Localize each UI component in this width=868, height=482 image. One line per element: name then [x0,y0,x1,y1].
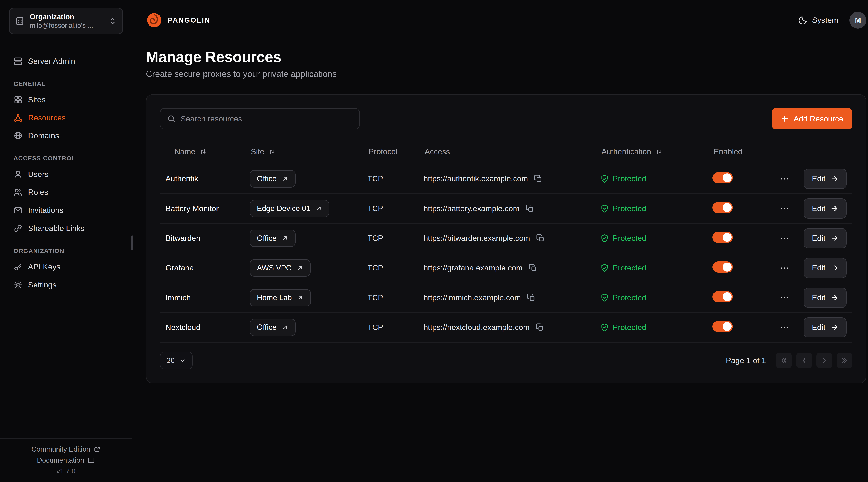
resources-card: Add Resource Name Site [146,94,866,383]
server-icon [13,57,23,66]
enabled-toggle[interactable] [712,172,733,184]
site-link[interactable]: Edge Device 01 [250,200,329,217]
sidebar-item-invitations[interactable]: Invitations [0,201,132,219]
resource-name: Grafana [165,263,250,272]
copy-button[interactable] [526,204,534,213]
resource-name: Immich [165,293,250,302]
table-row: Bitwarden Office TCP https://bitwarden.e… [160,224,852,253]
more-options-button[interactable] [778,202,791,215]
theme-toggle[interactable]: System [799,15,838,25]
sidebar-item-domains[interactable]: Domains [0,127,132,145]
community-edition-link[interactable]: Community Edition [31,445,100,453]
moon-icon [799,15,808,25]
sidebar-item-users[interactable]: Users [0,165,132,183]
edit-button[interactable]: Edit [804,288,847,308]
site-link[interactable]: Office [250,319,296,336]
more-options-button[interactable] [778,231,791,245]
auth-label: Protected [613,174,646,183]
theme-label: System [812,15,838,25]
prev-page-button[interactable] [796,353,812,368]
sort-button-authentication[interactable]: Authentication [601,147,662,156]
more-options-button[interactable] [778,321,791,334]
ellipsis-icon [780,293,789,302]
sidebar-item-resources[interactable]: Resources [0,109,132,127]
resource-name: Nextcloud [165,323,250,332]
copy-button[interactable] [529,264,537,272]
site-link[interactable]: AWS VPC [250,259,311,277]
sidebar-item-roles[interactable]: Roles [0,183,132,201]
access-url: https://nextcloud.example.com [424,323,530,332]
access-url: https://battery.example.com [424,204,519,213]
sort-button-name[interactable]: Name [175,147,207,156]
column-header-protocol: Protocol [368,147,424,156]
add-resource-button[interactable]: Add Resource [772,108,852,129]
community-edition-label: Community Edition [31,445,90,453]
enabled-toggle[interactable] [712,291,733,302]
plus-icon [781,115,789,123]
auth-label: Protected [613,263,646,272]
copy-button[interactable] [536,323,544,331]
site-link[interactable]: Office [250,230,296,247]
auth-status: Protected [600,293,712,302]
edit-button[interactable]: Edit [804,169,847,189]
sidebar-item-shareable-links[interactable]: Shareable Links [0,219,132,237]
copy-button[interactable] [527,293,535,302]
copy-icon [529,264,537,272]
toggle-knob [723,262,732,271]
edit-button[interactable]: Edit [804,228,847,248]
edit-label: Edit [812,234,826,243]
edit-button[interactable]: Edit [804,198,847,219]
search-input[interactable] [181,114,352,123]
row-actions: Edit [785,258,847,278]
sidebar-item-label: Shareable Links [28,224,84,233]
section-label-organization: ORGANIZATION [0,237,132,258]
card-toolbar: Add Resource [160,108,852,129]
site-link[interactable]: Home Lab [250,289,311,307]
sidebar-item-label: Invitations [28,206,64,215]
ellipsis-icon [780,323,789,332]
table-body: Authentik Office TCP https://authentik.e… [160,164,852,343]
protocol: TCP [368,174,424,183]
access-cell: https://nextcloud.example.com [424,323,600,332]
column-header-name: Name [165,147,250,156]
documentation-link[interactable]: Documentation [37,456,95,464]
row-actions: Edit [785,228,847,248]
chevron-down-icon [179,357,186,364]
sidebar-item-server-admin[interactable]: Server Admin [0,52,132,70]
sidebar-item-label: Settings [28,280,56,289]
shield-check-icon [600,264,609,272]
next-page-button[interactable] [816,353,832,368]
more-options-button[interactable] [778,291,791,304]
copy-button[interactable] [534,174,542,183]
copy-button[interactable] [536,234,545,243]
toggle-knob [723,173,732,182]
site-cell: Office [250,170,368,187]
enabled-toggle[interactable] [712,321,733,332]
enabled-cell [712,172,785,186]
chevrons-right-icon [841,357,848,364]
page-size-select[interactable]: 20 [160,352,192,369]
sidebar-resize-handle[interactable] [131,235,133,250]
sidebar-item-api-keys[interactable]: API Keys [0,258,132,276]
enabled-toggle[interactable] [712,202,733,213]
enabled-toggle[interactable] [712,261,733,273]
edit-button[interactable]: Edit [804,258,847,278]
auth-status: Protected [600,204,712,213]
sidebar-item-settings[interactable]: Settings [0,276,132,294]
more-options-button[interactable] [778,261,791,275]
enabled-toggle[interactable] [712,232,733,243]
search-icon [167,115,176,123]
last-page-button[interactable] [837,353,852,368]
more-options-button[interactable] [778,172,791,186]
site-link[interactable]: Office [250,170,296,187]
sort-icon [199,148,207,155]
avatar[interactable]: M [849,12,866,29]
sidebar-item-sites[interactable]: Sites [0,91,132,109]
org-selector[interactable]: Organization milo@fossorial.io's ... [9,8,123,34]
sort-button-site[interactable]: Site [251,147,276,156]
chevron-right-icon [820,357,828,364]
column-label: Site [251,147,264,156]
row-actions: Edit [785,198,847,219]
edit-button[interactable]: Edit [804,317,847,338]
first-page-button[interactable] [776,353,792,368]
